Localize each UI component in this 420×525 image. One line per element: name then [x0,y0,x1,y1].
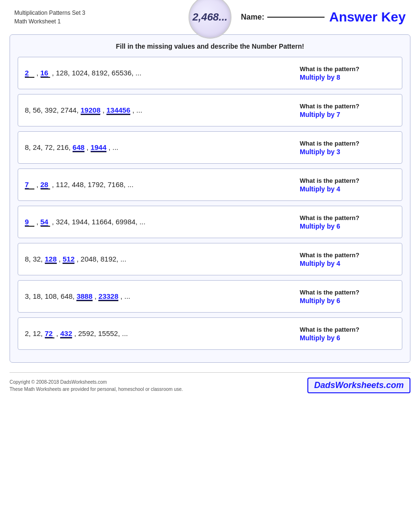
sequence-area-4: 7 , 28 , 112, 448, 1792, 7168, ... [25,180,290,189]
pattern-answer-3: Multiply by 3 [300,148,395,156]
pattern-question-6: What is the pattern? [300,252,395,259]
problem-row-6: 8, 32, 128 , 512 , 2048, 8192, ...What i… [18,243,402,275]
sequence-area-3: 8, 24, 72, 216, 648 , 1944 , ... [25,143,290,152]
pattern-area-8: What is the pattern?Multiply by 6 [290,326,395,342]
header-title-block: Multiplication Patterns Set 3 Math Works… [14,9,210,26]
worksheet-title-line1: Multiplication Patterns Set 3 [14,9,210,17]
problem-row-7: 3, 18, 108, 648, 3888 , 23328 , ...What … [18,280,402,313]
sequence-area-1: 2 , 16 , 128, 1024, 8192, 65536, ... [25,69,290,78]
sequence-area-5: 9 , 54 , 324, 1944, 11664, 69984, ... [25,218,290,227]
page-footer: Copyright © 2008-2018 DadsWorksheets.com… [10,372,410,398]
footer-license: These Math Worksheets are provided for p… [10,386,183,393]
pattern-question-5: What is the pattern? [300,214,395,221]
logo-text: 2,468... [192,11,227,23]
instructions: Fill in the missing values and describe … [18,42,402,50]
pattern-area-2: What is the pattern?Multiply by 7 [290,103,395,118]
pattern-area-6: What is the pattern?Multiply by 4 [290,252,395,267]
footer-text-block: Copyright © 2008-2018 DadsWorksheets.com… [10,378,183,393]
sequence-area-6: 8, 32, 128 , 512 , 2048, 8192, ... [25,255,290,264]
pattern-question-4: What is the pattern? [300,177,395,184]
pattern-answer-1: Multiply by 8 [300,74,395,81]
pattern-area-4: What is the pattern?Multiply by 4 [290,177,395,193]
logo-circle: 2,468... [189,0,231,39]
pattern-area-7: What is the pattern?Multiply by 6 [290,289,395,304]
pattern-question-2: What is the pattern? [300,103,395,110]
problem-row-4: 7 , 28 , 112, 448, 1792, 7168, ...What i… [18,168,402,201]
pattern-question-7: What is the pattern? [300,289,395,296]
name-label: Name: [241,13,264,21]
problem-row-5: 9 , 54 , 324, 1944, 11664, 69984, ...Wha… [18,206,402,238]
problem-row-3: 8, 24, 72, 216, 648 , 1944 , ...What is … [18,131,402,164]
pattern-answer-6: Multiply by 4 [300,260,395,267]
pattern-question-3: What is the pattern? [300,140,395,147]
sequence-area-7: 3, 18, 108, 648, 3888 , 23328 , ... [25,292,290,301]
pattern-answer-5: Multiply by 6 [300,222,395,230]
header-right-block: Name: Answer Key [210,10,406,25]
pattern-answer-7: Multiply by 6 [300,297,395,304]
name-line [267,17,325,18]
sequence-area-8: 2, 12, 72 , 432 , 2592, 15552, ... [25,329,290,338]
pattern-area-3: What is the pattern?Multiply by 3 [290,140,395,156]
problems-container: 2 , 16 , 128, 1024, 8192, 65536, ...What… [18,57,402,350]
pattern-question-1: What is the pattern? [300,65,395,73]
problem-row-2: 8, 56, 392, 2744, 19208 , 134456 , ...Wh… [18,94,402,126]
pattern-question-8: What is the pattern? [300,326,395,333]
pattern-answer-4: Multiply by 4 [300,185,395,193]
problem-row-8: 2, 12, 72 , 432 , 2592, 15552, ...What i… [18,317,402,350]
pattern-answer-2: Multiply by 7 [300,111,395,118]
answer-key-label: Answer Key [329,10,406,25]
pattern-area-5: What is the pattern?Multiply by 6 [290,214,395,230]
pattern-area-1: What is the pattern?Multiply by 8 [290,65,395,81]
sequence-area-2: 8, 56, 392, 2744, 19208 , 134456 , ... [25,106,290,115]
pattern-answer-8: Multiply by 6 [300,334,395,342]
main-content: Fill in the missing values and describe … [10,34,410,363]
problem-row-1: 2 , 16 , 128, 1024, 8192, 65536, ...What… [18,57,402,89]
worksheet-title-line2: Math Worksheet 1 [14,17,210,26]
footer-logo: DadsWorksheets.com [307,378,410,393]
page-header: Multiplication Patterns Set 3 Math Works… [0,0,420,31]
footer-copyright: Copyright © 2008-2018 DadsWorksheets.com [10,378,183,386]
